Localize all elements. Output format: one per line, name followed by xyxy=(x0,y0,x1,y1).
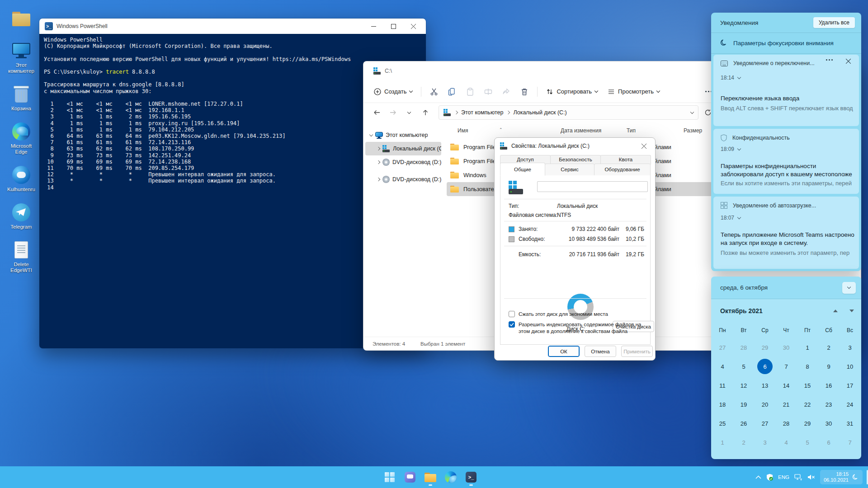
clock-flyout-button[interactable]: 18:15 06.10.2021 xyxy=(820,470,863,484)
tab-security[interactable]: Безопасность xyxy=(550,155,601,164)
calendar-prev-button[interactable] xyxy=(833,310,838,312)
view-button[interactable]: Просмотреть xyxy=(604,85,664,99)
notification-close-button[interactable] xyxy=(846,58,851,65)
network-icon[interactable] xyxy=(794,474,802,481)
focus-assist-link[interactable]: Параметры фокусировки внимания xyxy=(711,33,861,54)
calendar-day[interactable]: 22 xyxy=(797,395,818,414)
close-button[interactable] xyxy=(403,19,423,34)
calendar-day[interactable]: 30 xyxy=(818,414,840,433)
calendar-next-button[interactable] xyxy=(849,310,854,312)
calendar-day[interactable]: 30 xyxy=(776,338,797,357)
share-button[interactable] xyxy=(498,84,514,99)
calendar-day[interactable]: 31 xyxy=(840,414,861,433)
up-button[interactable] xyxy=(419,106,432,119)
rename-button[interactable] xyxy=(480,84,496,99)
copy-button[interactable] xyxy=(444,84,460,99)
new-button[interactable]: Создать xyxy=(370,85,416,99)
dialog-titlebar[interactable]: Свойства: Локальный диск (C:) xyxy=(495,138,655,154)
column-type[interactable]: Тип xyxy=(627,127,636,134)
desktop-icon-recycle-bin[interactable]: Корзина xyxy=(4,84,39,112)
breadcrumb-this-pc[interactable]: Этот компьютер xyxy=(461,109,503,116)
dialog-close-button[interactable] xyxy=(638,140,650,152)
calendar-day[interactable]: 23 xyxy=(818,395,840,414)
chevron-down-icon[interactable] xyxy=(737,146,741,150)
calendar-day[interactable]: 29 xyxy=(797,414,818,433)
forward-button[interactable] xyxy=(386,106,400,119)
sidebar-item-this-pc[interactable]: Этот компьютер xyxy=(365,128,441,142)
calendar-day[interactable]: 8 xyxy=(797,357,818,376)
notification-card-input-switch[interactable]: Уведомление о переключени... 18:14 Перек… xyxy=(713,55,859,126)
calendar-day[interactable]: 19 xyxy=(733,395,755,414)
calendar-day[interactable]: 7 xyxy=(776,357,797,376)
apply-button[interactable]: Применить xyxy=(621,346,653,357)
desktop-icon-delete-edgewti[interactable]: Delete EdgeWTI xyxy=(4,240,39,273)
cancel-button[interactable]: Отмена xyxy=(585,346,616,357)
calendar-day[interactable]: 27 xyxy=(755,414,776,433)
start-button[interactable] xyxy=(382,468,398,486)
tab-general[interactable]: Общие xyxy=(500,163,545,176)
index-checkbox[interactable] xyxy=(509,321,515,328)
column-size[interactable]: Размер xyxy=(684,127,702,134)
desktop-icon-telegram[interactable]: Telegram xyxy=(4,202,39,230)
calendar-day[interactable]: 9 xyxy=(818,357,840,376)
desktop-icon-edge[interactable]: Microsoft Edge xyxy=(4,122,39,155)
desktop-icon-this-pc[interactable]: Этот компьютер xyxy=(4,41,39,74)
back-button[interactable] xyxy=(370,106,383,119)
language-indicator[interactable]: ENG xyxy=(778,474,789,480)
calendar-day[interactable]: 4 xyxy=(712,357,733,376)
calendar-day[interactable]: 18 xyxy=(712,395,733,414)
calendar-day[interactable]: 2 xyxy=(818,338,840,357)
calendar-day-selected[interactable]: 6 xyxy=(755,357,776,376)
address-dropdown-icon[interactable] xyxy=(690,110,694,113)
desktop-icon-folder[interactable] xyxy=(4,9,39,31)
taskbar-edge-button[interactable] xyxy=(443,468,459,486)
minimize-button[interactable] xyxy=(363,19,383,34)
notification-more-button[interactable] xyxy=(826,59,833,61)
defender-shield-icon[interactable] xyxy=(766,474,773,481)
calendar-day[interactable]: 21 xyxy=(776,395,797,414)
sidebar-item-dvd-2[interactable]: DVD-дисковод (D:) xyxy=(365,173,441,186)
tab-hardware[interactable]: Оборудование xyxy=(594,164,651,176)
notification-card-privacy[interactable]: Конфиденциальность 18:09 Параметры конфи… xyxy=(713,129,859,194)
sidebar-item-dvd-1[interactable]: DVD-дисковод (D:) xyxy=(365,155,441,169)
calendar-day[interactable]: 25 xyxy=(712,414,733,433)
volume-muted-icon[interactable] xyxy=(807,474,815,480)
compress-checkbox[interactable] xyxy=(509,311,515,317)
calendar-day[interactable]: 15 xyxy=(797,376,818,395)
powershell-titlebar[interactable]: >_ Windows PowerShell xyxy=(39,19,426,34)
calendar-day[interactable]: 5 xyxy=(733,357,755,376)
calendar-day[interactable]: 5 xyxy=(797,433,818,452)
calendar-day[interactable]: 1 xyxy=(712,433,733,452)
calendar-day[interactable]: 27 xyxy=(712,338,733,357)
recent-locations-button[interactable] xyxy=(402,106,416,119)
sidebar-item-local-disk[interactable]: Локальный диск (C:) xyxy=(365,142,441,155)
sort-button[interactable]: Сортировать xyxy=(542,85,602,99)
calendar-day[interactable]: 28 xyxy=(776,414,797,433)
calendar-day[interactable]: 26 xyxy=(733,414,755,433)
paste-button[interactable] xyxy=(462,84,478,99)
taskbar-teams-button[interactable] xyxy=(402,468,418,486)
calendar-day[interactable]: 3 xyxy=(840,338,861,357)
volume-name-input[interactable] xyxy=(537,181,648,192)
calendar-day[interactable]: 12 xyxy=(733,376,755,395)
calendar-day[interactable]: 16 xyxy=(818,376,840,395)
clear-all-button[interactable]: Удалить все xyxy=(813,17,855,28)
taskbar-explorer-button[interactable] xyxy=(422,468,439,486)
calendar-day[interactable]: 29 xyxy=(755,338,776,357)
calendar-day[interactable]: 13 xyxy=(755,376,776,395)
calendar-day[interactable]: 3 xyxy=(755,433,776,452)
calendar-day[interactable]: 1 xyxy=(797,338,818,357)
notification-card-startup[interactable]: Уведомление об автозагрузке... 18:07 Теп… xyxy=(713,197,859,269)
calendar-day[interactable]: 28 xyxy=(733,338,755,357)
calendar-day[interactable]: 6 xyxy=(818,433,840,452)
column-name[interactable]: Имя xyxy=(458,127,468,134)
calendar-collapse-button[interactable] xyxy=(842,282,856,294)
address-breadcrumb[interactable]: Этот компьютер Локальный диск (C:) xyxy=(439,105,698,120)
maximize-button[interactable] xyxy=(383,19,403,34)
breadcrumb-local-disk[interactable]: Локальный диск (C:) xyxy=(513,109,566,116)
calendar-day[interactable]: 17 xyxy=(840,376,861,395)
tab-quota[interactable]: Квота xyxy=(600,155,651,164)
calendar-day[interactable]: 10 xyxy=(840,357,861,376)
calendar-day[interactable]: 11 xyxy=(712,376,733,395)
column-date-modified[interactable]: Дата изменения xyxy=(561,127,601,134)
